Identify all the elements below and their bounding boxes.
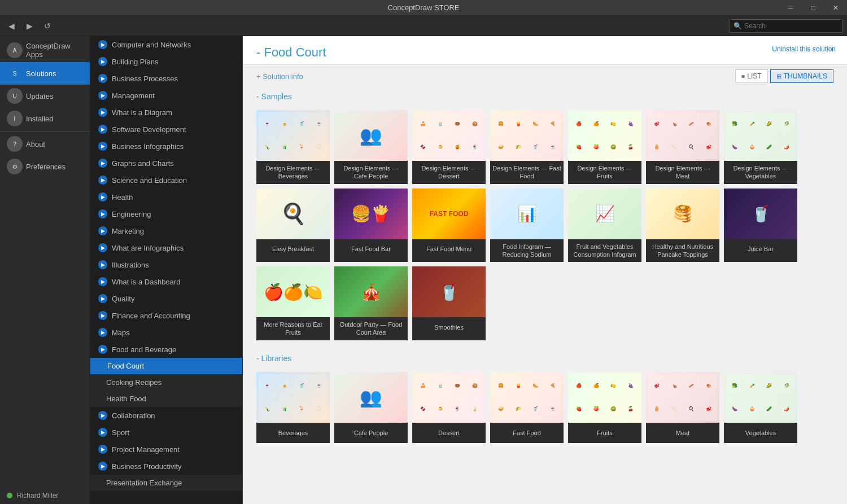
uninstall-link[interactable]: Uninstall this solution	[772, 45, 836, 53]
sidebar-item-installed[interactable]: I Installed	[0, 107, 90, 130]
mid-item-building-plans[interactable]: ▶ Building Plans	[90, 53, 242, 70]
lib-card-fruits[interactable]: 🍎 🍊 🍋 🍇 🍓 🍑 🥝 🍒 Fruits	[568, 372, 641, 443]
sample-label-fast-food-bar: Fast Food Bar	[334, 239, 408, 260]
sample-card-outdoor-party[interactable]: 🎪 Outdoor Party — Food Court Area	[334, 266, 408, 340]
minimize-button[interactable]: ─	[779, 0, 802, 16]
mini-icon: 🍒	[622, 136, 639, 159]
samples-toggle[interactable]: - Samples	[243, 87, 847, 106]
sidebar-item-about[interactable]: ? About	[0, 133, 90, 155]
sample-card-easy-breakfast[interactable]: 🍳 Easy Breakfast	[256, 189, 330, 262]
sample-card-fast-food[interactable]: 🍔 🍟 🌭 🍕 🥪 🌮 🥤 ☕ Design Elements — Fast F…	[490, 110, 564, 184]
mini-icon: 🥤	[527, 136, 544, 159]
sidebar-item-updates[interactable]: U Updates	[0, 85, 90, 107]
mid-item-business-processes[interactable]: ▶ Business Processes	[90, 70, 242, 87]
mid-item-computer-networks[interactable]: ▶ Computer and Networks	[90, 36, 242, 53]
mid-label: Graphs and Charts	[112, 159, 174, 168]
sample-thumbnail-smoothies: 🥤	[412, 266, 486, 317]
lib-card-fast-food[interactable]: 🍔 🍟 🌭 🍕 🥪 🌮 🥤 ☕ Fast Food	[490, 372, 564, 443]
sidebar-item-solutions[interactable]: S Solutions	[0, 62, 90, 85]
sample-thumbnail-fast-food-bar: 🍔🍟	[334, 189, 408, 239]
mid-item-software-dev[interactable]: ▶ Software Development	[90, 121, 242, 138]
mini-icon: 🍕	[544, 112, 561, 135]
mini-icon: 🍹	[294, 397, 311, 420]
back-button[interactable]: ◀	[5, 19, 18, 33]
list-view-label: LIST	[747, 72, 761, 80]
thumbnails-view-button[interactable]: ⊞ THUMBNAILS	[770, 69, 833, 83]
libraries-toggle[interactable]: - Libraries	[243, 349, 847, 367]
refresh-button[interactable]: ↺	[41, 19, 54, 33]
sample-card-meat[interactable]: 🥩 🍗 🥓 🍖 🥚 🦴 🍳 🥩 Design Elements — Meat	[646, 110, 719, 184]
mid-item-science-education[interactable]: ▶ Science and Education	[90, 172, 242, 189]
sidebar-nav: A ConceptDraw Apps S Solutions U Updates…	[0, 36, 90, 180]
mid-item-sport[interactable]: ▶ Sport	[90, 424, 242, 441]
sample-card-vegetables[interactable]: 🥦 🥕 🌽 🥬 🍆 🧅 🥒 🌶️ Design Elements — Veget…	[724, 110, 797, 184]
bullet-plain	[98, 364, 103, 369]
forward-button[interactable]: ▶	[23, 19, 36, 33]
sample-card-fast-food-menu[interactable]: FAST FOOD Fast Food Menu	[412, 189, 486, 262]
search-input[interactable]	[744, 22, 839, 30]
mid-item-what-is-dashboard[interactable]: ▶ What is a Dashboard	[90, 273, 242, 290]
libraries-grid: 🍷 🍺 🥤 ☕ 🍾 🧃 🍹 🥛 Beverages 👥 Ca	[243, 367, 847, 452]
mid-item-food-court[interactable]: Food Court	[90, 358, 242, 374]
mini-icon: 🥒	[761, 397, 778, 420]
sample-card-beverages[interactable]: 🍷 🍺 🥤 ☕ 🍾 🧃 🍹 🥛 Design Elements — Bevera…	[256, 110, 330, 184]
mini-icon: 🥩	[700, 397, 717, 420]
mid-item-project-management[interactable]: ▶ Project Management	[90, 441, 242, 458]
lib-card-cafe-people[interactable]: 👥 Cafe People	[334, 372, 408, 443]
sample-label-cafe-people: Design Elements — Cafe People	[334, 161, 408, 184]
mini-icon: 🍩	[449, 374, 466, 397]
sample-card-fruit-veg[interactable]: 📈 Fruit and Vegetables Consumption Infog…	[568, 189, 641, 262]
search-box[interactable]: 🔍	[730, 19, 842, 33]
solution-info-toggle[interactable]: + Solution info	[256, 72, 303, 81]
mid-item-maps[interactable]: ▶ Maps	[90, 324, 242, 341]
mid-label: Finance and Accounting	[112, 312, 190, 320]
mid-item-food-beverage[interactable]: ▶ Food and Beverage	[90, 341, 242, 358]
sample-card-fruits[interactable]: 🍎 🍊 🍋 🍇 🍓 🍑 🥝 🍒 Design Elements — Fruits	[568, 110, 641, 184]
mid-item-management[interactable]: ▶ Management	[90, 87, 242, 104]
lib-card-dessert[interactable]: 🍰 🧁 🍩 🍪 🍫 🍮 🍨 🍦 Dessert	[412, 372, 486, 443]
mid-item-what-are-infographics[interactable]: ▶ What are Infographics	[90, 239, 242, 256]
mini-icon: ☕	[311, 374, 328, 397]
list-view-button[interactable]: ≡ LIST	[735, 69, 768, 83]
mini-icon: 🍾	[259, 397, 276, 420]
mini-icon: 🥕	[744, 112, 761, 135]
mid-item-business-productivity[interactable]: ▶ Business Productivity	[90, 458, 242, 475]
sample-card-dessert[interactable]: 🍰 🧁 🍩 🍪 🍫 🍮 🍯 🍨 Design Elements — Desser…	[412, 110, 486, 184]
mid-label: Business Infographics	[112, 142, 184, 151]
sample-card-healthy[interactable]: 🥞 Healthy and Nutritious Pancake Topping…	[646, 189, 719, 262]
sample-card-smoothies[interactable]: 🥤 Smoothies	[412, 266, 486, 340]
lib-card-vegetables[interactable]: 🥦 🥕 🌽 🥬 🍆 🧅 🥒 🌶️ Vegetables	[724, 372, 797, 443]
mini-icon: 🍇	[622, 374, 639, 397]
sample-card-juice-bar[interactable]: 🥤 Juice Bar	[724, 189, 797, 262]
sidebar-item-preferences[interactable]: ⚙ Preferences	[0, 155, 90, 178]
mid-item-cooking-recipes[interactable]: Cooking Recipes	[90, 374, 242, 391]
lib-card-meat[interactable]: 🥩 🍗 🥓 🍖 🥚 🦴 🍳 🥩 Meat	[646, 372, 719, 443]
sample-card-more-fruits[interactable]: 🍎🍊🍋 More Reasons to Eat Fruits	[256, 266, 330, 340]
sample-card-cafe-people[interactable]: 👥 Design Elements — Cafe People	[334, 110, 408, 184]
mid-item-quality[interactable]: ▶ Quality	[90, 290, 242, 307]
mid-item-business-infographics[interactable]: ▶ Business Infographics	[90, 138, 242, 155]
mid-item-illustrations[interactable]: ▶ Illustrations	[90, 256, 242, 273]
mid-item-health[interactable]: ▶ Health	[90, 189, 242, 205]
mid-label: Computer and Networks	[112, 41, 191, 49]
mid-item-marketing[interactable]: ▶ Marketing	[90, 222, 242, 239]
sidebar-item-apps[interactable]: A ConceptDraw Apps	[0, 38, 90, 62]
mini-icon: 🍕	[544, 374, 561, 397]
mid-label: What are Infographics	[112, 244, 184, 252]
mid-item-finance[interactable]: ▶ Finance and Accounting	[90, 307, 242, 324]
mid-item-collaboration[interactable]: ▶ Collaboration	[90, 407, 242, 424]
close-button[interactable]: ✕	[824, 0, 847, 16]
mini-icon: 🍫	[414, 397, 431, 420]
mini-icon: 🧅	[744, 136, 761, 159]
sample-card-food-infogram[interactable]: 📊 Food Infogram — Reducing Sodium	[490, 189, 564, 262]
lib-card-beverages[interactable]: 🍷 🍺 🥤 ☕ 🍾 🧃 🍹 🥛 Beverages	[256, 372, 330, 443]
mid-item-health-food[interactable]: Health Food	[90, 391, 242, 407]
mid-item-graphs-charts[interactable]: ▶ Graphs and Charts	[90, 155, 242, 172]
mid-item-engineering[interactable]: ▶ Engineering	[90, 205, 242, 222]
mid-item-presentation-exchange[interactable]: Presentation Exchange	[90, 475, 242, 491]
mini-icon: 🍮	[432, 136, 449, 159]
mid-item-what-is-diagram[interactable]: ▶ What is a Diagram	[90, 104, 242, 121]
mid-label: Management	[112, 91, 155, 100]
sample-card-fast-food-bar[interactable]: 🍔🍟 Fast Food Bar	[334, 189, 408, 262]
maximize-button[interactable]: □	[802, 0, 824, 16]
